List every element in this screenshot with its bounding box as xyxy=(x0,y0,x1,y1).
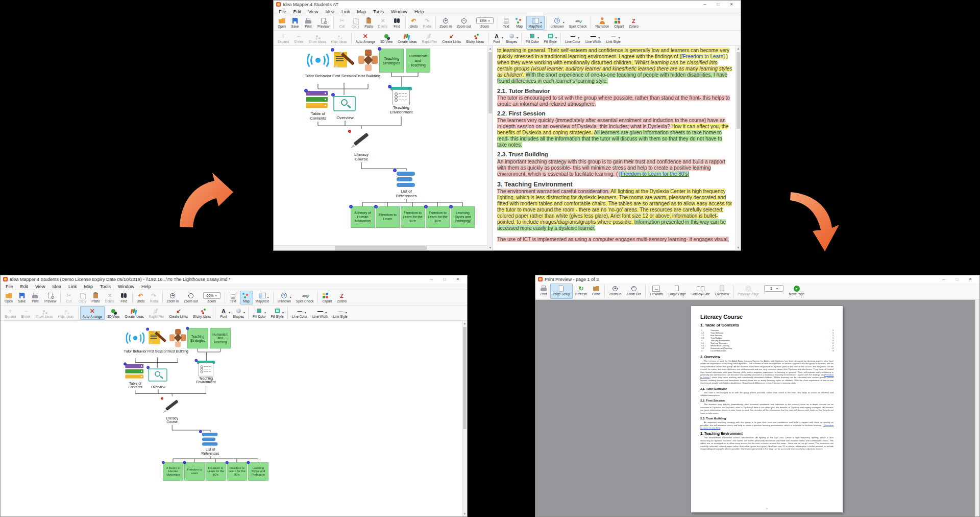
menu-help[interactable]: Help xyxy=(411,9,428,14)
zoom-out-button[interactable]: Zoom Out xyxy=(624,284,644,299)
3d-view-button[interactable]: 3D View xyxy=(105,306,122,320)
selection-handle[interactable] xyxy=(183,461,186,464)
map-node-reference-1[interactable]: A theory of Human Motivation xyxy=(163,462,183,481)
citation-link[interactable]: [Freedom to Learn for the 80's] xyxy=(619,171,689,177)
print-button[interactable]: Print xyxy=(302,16,315,30)
toolbar-button[interactable] xyxy=(225,292,225,303)
menu-edit[interactable]: Edit xyxy=(17,284,32,289)
print-button[interactable]: Print xyxy=(29,291,42,304)
line-color-button[interactable]: Line Color xyxy=(562,31,583,45)
undo-button[interactable]: Undo xyxy=(407,16,421,30)
sticky-ideas-button[interactable]: Sticky Ideas xyxy=(190,306,213,320)
toolbar-button[interactable] xyxy=(521,32,522,44)
menu-view[interactable]: View xyxy=(32,284,48,289)
save-button[interactable]: Save xyxy=(288,16,302,30)
selection-handle[interactable] xyxy=(124,362,127,365)
open-button[interactable]: Open xyxy=(275,16,288,30)
map-node-humanism[interactable]: Humanism and Teaching xyxy=(406,49,430,73)
link-style-button[interactable]: Link Style xyxy=(604,31,623,45)
map-v-scrollbar[interactable]: ▲ ▼ xyxy=(487,46,493,250)
selection-handle[interactable] xyxy=(388,85,391,88)
document-v-scrollbar[interactable]: ▲ ▼ xyxy=(736,46,741,250)
fill-color-button[interactable]: Fill Color xyxy=(523,31,542,45)
title-bar[interactable]: Idea Mapper 4 Students AT ─ □ ✕ xyxy=(274,1,741,8)
expand-button[interactable]: Expand xyxy=(275,31,291,45)
rapid-fire-button[interactable]: Rapid Fire xyxy=(420,31,440,45)
menu-help[interactable]: Help xyxy=(138,284,155,289)
menu-map[interactable]: Map xyxy=(80,284,96,289)
close-button[interactable]: ✕ xyxy=(964,275,977,283)
map-text-button[interactable]: Map|Text xyxy=(253,291,272,304)
map-node-overview[interactable] xyxy=(333,95,357,113)
map-h-scrollbar[interactable] xyxy=(274,245,487,250)
print-preview-area[interactable]: Literacy Course 1. Table of Contents 2 O… xyxy=(535,300,979,516)
toolbar-button[interactable]: 1 xyxy=(762,284,786,299)
hide-ideas-button[interactable]: Hide Ideas xyxy=(55,306,76,320)
toolbar-button[interactable] xyxy=(287,307,288,319)
map-node-trust-building[interactable] xyxy=(357,50,379,70)
map-node-trust-building[interactable] xyxy=(168,330,187,347)
map-node-table-of-contents[interactable] xyxy=(306,91,330,109)
link-style-button[interactable]: Link Style xyxy=(331,306,350,320)
zotero-button[interactable]: Zotero xyxy=(626,16,641,30)
next-page-button[interactable]: Next Page xyxy=(786,284,806,299)
create-links-button[interactable]: Create Links xyxy=(167,306,191,320)
map-node-reference-5[interactable]: Learning Styles and Pedagogy xyxy=(248,462,268,481)
toolbar-button[interactable] xyxy=(488,32,488,44)
save-button[interactable]: Save xyxy=(15,291,29,304)
toolbar-button[interactable] xyxy=(498,17,498,29)
refresh-button[interactable]: Refresh xyxy=(573,284,590,299)
map-node-reference-3[interactable]: Freedom to Learn for the 80's xyxy=(206,462,226,481)
minimize-button[interactable]: ─ xyxy=(698,1,712,8)
title-bar[interactable]: Print Preview - page 1 of 3 ─ □ ✕ xyxy=(535,275,979,283)
unknown-button[interactable]: unknown xyxy=(548,16,567,30)
map-node-humanism[interactable]: Humanism and Teaching xyxy=(210,328,231,348)
previous-page-button[interactable]: Previous Page xyxy=(735,284,762,299)
toolbar-button[interactable] xyxy=(60,292,61,303)
map-button[interactable]: Map xyxy=(513,16,526,30)
copy-button[interactable]: Copy xyxy=(349,16,362,30)
map-node-reference-3[interactable]: Freedom to Learn for the 80's xyxy=(401,206,425,228)
page-setup-button[interactable]: Page Setup xyxy=(550,284,573,299)
map-text-button[interactable]: Map|Text xyxy=(526,16,545,30)
menu-window[interactable]: Window xyxy=(114,284,138,289)
toolbar-button[interactable] xyxy=(248,307,249,319)
selection-handle[interactable] xyxy=(186,327,189,330)
selection-handle[interactable] xyxy=(146,327,149,331)
toolbar-button[interactable] xyxy=(78,307,79,319)
fit-width-button[interactable]: Fit Width xyxy=(647,284,666,299)
map-node-reference-1[interactable]: A theory of Human Motivation xyxy=(351,206,375,228)
map-node-reference-4[interactable]: Freedom to Learn for the 80's xyxy=(426,206,450,228)
menu-window[interactable]: Window xyxy=(387,9,411,14)
zoom-in-button[interactable]: Zoom in xyxy=(437,16,454,30)
red-handle[interactable] xyxy=(348,130,351,133)
menu-link[interactable]: Link xyxy=(338,9,354,14)
toolbar-button[interactable] xyxy=(132,292,133,303)
delete-button[interactable]: Delete xyxy=(103,291,117,304)
selection-handle[interactable] xyxy=(226,461,229,464)
map-node-teaching-strategies[interactable]: Teaching Strategies xyxy=(379,49,404,73)
selection-handle[interactable] xyxy=(331,48,334,52)
selection-handle[interactable] xyxy=(393,169,397,172)
preview-button[interactable]: Preview xyxy=(315,16,332,30)
selection-handle[interactable] xyxy=(194,359,198,362)
hide-ideas-button[interactable]: Hide Ideas xyxy=(328,31,349,45)
minimize-button[interactable]: ─ xyxy=(937,275,950,283)
side-by-side-button[interactable]: Side-by-Side xyxy=(689,284,713,299)
create-links-button[interactable]: Create Links xyxy=(440,31,464,45)
selection-handle[interactable] xyxy=(199,430,202,433)
menu-tools[interactable]: Tools xyxy=(96,284,114,289)
minimize-button[interactable]: ─ xyxy=(425,275,438,283)
create-ideas-button[interactable]: Create Ideas xyxy=(395,31,419,45)
zotero-button[interactable]: Zotero xyxy=(334,291,349,304)
toolbar-button[interactable] xyxy=(560,32,561,44)
menu-edit[interactable]: Edit xyxy=(290,9,305,14)
redo-button[interactable]: Redo xyxy=(148,291,161,304)
map-node-teaching-environment[interactable] xyxy=(196,361,216,377)
copy-button[interactable]: Copy xyxy=(76,291,89,304)
cut-button[interactable]: Cut xyxy=(335,16,349,30)
map-node-first-session[interactable] xyxy=(148,330,166,347)
line-width-button[interactable]: Line Width xyxy=(310,306,331,320)
close-button[interactable]: Close xyxy=(590,284,603,299)
map-node-literacy-course[interactable] xyxy=(350,129,373,151)
